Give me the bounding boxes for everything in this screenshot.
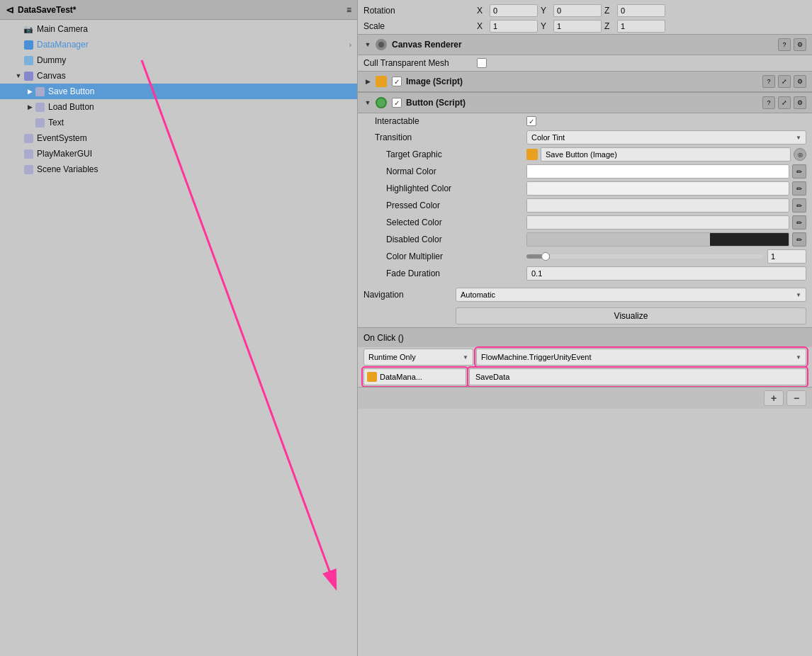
hierarchy-item-text[interactable]: Text [0, 115, 357, 130]
highlighted-color-swatch[interactable] [526, 181, 789, 196]
fade-duration-value [526, 266, 806, 281]
method-select[interactable]: FlowMachine.TriggerUnityEvent [476, 349, 806, 366]
target-graphic-field: Save Button (Image) ◎ [526, 147, 806, 162]
button-script-expand[interactable] [363, 98, 372, 107]
main-camera-label: Main Camera [37, 24, 88, 34]
transition-row: Transition Color Tint [358, 129, 812, 146]
normal-color-eyedropper[interactable]: ✏ [792, 164, 806, 179]
scale-y-input[interactable] [553, 20, 602, 33]
image-script-help-btn[interactable]: ? [762, 75, 775, 88]
fade-duration-input[interactable] [526, 266, 806, 281]
runtime-select[interactable]: Runtime Only [363, 349, 473, 366]
transition-label: Transition [363, 132, 526, 142]
normal-color-swatch[interactable] [526, 164, 789, 179]
visualize-button[interactable]: Visualize [456, 307, 806, 324]
button-script-settings-btn[interactable]: ⚙ [794, 96, 806, 109]
interactable-checkbox[interactable] [526, 116, 536, 126]
image-script-expand[interactable] [363, 77, 372, 86]
canvas-renderer-buttons: ? ⚙ [778, 38, 806, 51]
image-script-fit-btn[interactable]: ⤢ [778, 75, 791, 88]
selected-color-row: Selected Color ✏ [358, 214, 812, 231]
navigation-select[interactable]: Automatic [456, 288, 806, 302]
navigation-row: Navigation Automatic [358, 285, 812, 305]
hierarchy-item-event-system[interactable]: EventSystem [0, 130, 357, 146]
color-multiplier-row: Color Multiplier [358, 248, 812, 265]
scale-z-input[interactable] [617, 20, 665, 33]
canvas-renderer-expand[interactable] [363, 40, 372, 49]
pressed-color-swatch[interactable] [526, 198, 789, 213]
canvas-icon [23, 70, 34, 81]
scale-row: Scale X Y Z [358, 18, 812, 34]
button-script-help-btn[interactable]: ? [762, 96, 775, 109]
playmaker-label: PlayMakerGUI [37, 149, 92, 159]
target-graphic-picker[interactable]: ◎ [794, 148, 806, 161]
text-label: Text [48, 118, 64, 128]
rotation-z-input[interactable] [617, 4, 665, 17]
normal-color-value: ✏ [526, 164, 806, 179]
normal-color-row: Normal Color ✏ [358, 163, 812, 180]
hierarchy-item-dummy[interactable]: Dummy [0, 52, 357, 68]
target-graphic-value: Save Button (Image) ◎ [526, 147, 806, 162]
event-icon [23, 132, 34, 144]
cull-transparent-checkbox[interactable] [477, 58, 487, 68]
rotation-y-input[interactable] [553, 4, 602, 17]
rotation-z-label: Z [604, 6, 614, 16]
target-graphic-icon [526, 149, 538, 160]
hierarchy-item-scene-variables[interactable]: Scene Variables [0, 162, 357, 177]
disabled-color-swatch[interactable] [526, 232, 789, 247]
image-script-checkbox[interactable] [392, 77, 402, 86]
hierarchy-item-main-camera[interactable]: Main Camera [0, 21, 357, 37]
disabled-color-eyedropper[interactable]: ✏ [792, 232, 806, 247]
button-script-checkbox[interactable] [392, 98, 402, 108]
expand-arrow-canvas[interactable] [14, 72, 23, 80]
hierarchy-menu-icon[interactable]: ≡ [346, 5, 351, 15]
scale-y-label: Y [541, 21, 551, 31]
color-multiplier-label: Color Multiplier [363, 251, 526, 261]
hierarchy-item-data-manager[interactable]: DataManager › [0, 37, 357, 52]
canvas-renderer-help-btn[interactable]: ? [778, 38, 791, 51]
rotation-y-label: Y [541, 6, 551, 16]
remove-onclick-button[interactable]: − [786, 390, 806, 406]
savedata-field[interactable]: SaveData [469, 368, 806, 385]
expand-arrow-save-button[interactable] [26, 87, 34, 96]
hierarchy-item-save-button[interactable]: Save Button [0, 84, 357, 99]
fade-duration-row: Fade Duration [358, 265, 812, 282]
disabled-color-label: Disabled Color [363, 234, 526, 244]
pressed-color-eyedropper[interactable]: ✏ [792, 198, 806, 213]
add-onclick-button[interactable]: + [764, 390, 784, 406]
data-manager-dm-icon [367, 372, 377, 382]
color-multiplier-thumb[interactable] [541, 252, 550, 261]
selected-color-eyedropper[interactable]: ✏ [792, 215, 806, 230]
canvas-renderer-header[interactable]: Canvas Renderer ? ⚙ [358, 34, 812, 55]
highlighted-color-eyedropper[interactable]: ✏ [792, 181, 806, 196]
hierarchy-item-canvas[interactable]: Canvas [0, 68, 357, 84]
onclick-runtime-row: Runtime Only FlowMachine.TriggerUnityEve… [358, 347, 812, 367]
image-script-settings-btn[interactable]: ⚙ [794, 75, 806, 88]
rotation-x-input[interactable] [490, 4, 538, 17]
canvas-renderer-settings-btn[interactable]: ⚙ [794, 38, 806, 51]
selected-color-swatch[interactable] [526, 215, 789, 230]
onclick-bottom-buttons: + − [358, 387, 812, 409]
inspector-panel: Rotation X Y Z Scale X Y Z Canvas Render… [358, 0, 812, 656]
text-icon [34, 117, 45, 128]
image-script-header[interactable]: Image (Script) ? ⤢ ⚙ [358, 71, 812, 92]
scene-variables-label: Scene Variables [37, 164, 98, 174]
transition-select[interactable]: Color Tint [526, 130, 806, 145]
hierarchy-item-load-button[interactable]: Load Button [0, 99, 357, 115]
event-system-label: EventSystem [37, 133, 87, 143]
dummy-label: Dummy [37, 55, 66, 65]
scale-xyz-group: X Y Z [477, 20, 806, 33]
target-graphic-text[interactable]: Save Button (Image) [541, 147, 791, 162]
hierarchy-panel: ⊲ DataSaveTest* ≡ Main Camera DataManage… [0, 0, 358, 656]
data-manager-field[interactable]: DataMana... [363, 368, 466, 385]
color-multiplier-slider[interactable] [526, 254, 763, 259]
button-script-header[interactable]: Button (Script) ? ⤢ ⚙ [358, 92, 812, 113]
button-script-fit-btn[interactable]: ⤢ [778, 96, 791, 109]
fade-duration-label: Fade Duration [363, 268, 526, 278]
scale-x-input[interactable] [490, 20, 538, 33]
expand-arrow-load-button[interactable] [26, 103, 34, 111]
highlighted-color-label: Highlighted Color [363, 183, 526, 193]
camera-icon [23, 23, 34, 35]
color-multiplier-input[interactable] [767, 249, 806, 264]
hierarchy-item-playmaker-gui[interactable]: PlayMakerGUI [0, 146, 357, 162]
